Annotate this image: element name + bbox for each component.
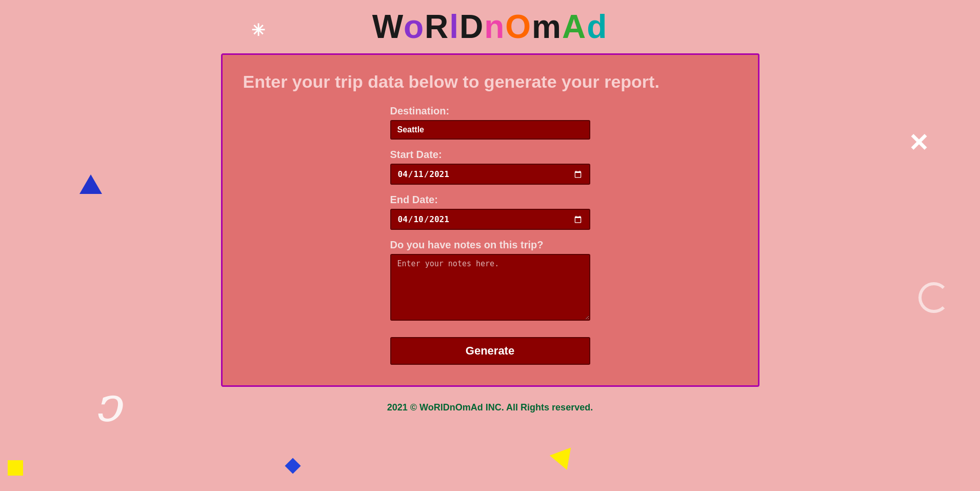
arc-decoration-right bbox=[918, 282, 949, 313]
app-title: WoRlDnOmAd bbox=[0, 10, 980, 43]
notes-label: Do you have notes on this trip? bbox=[390, 239, 590, 251]
triangle-yellow-right bbox=[550, 448, 577, 474]
title-letter-l: l bbox=[449, 8, 459, 45]
diamond-blue-decoration bbox=[285, 458, 301, 474]
destination-label: Destination: bbox=[390, 105, 590, 117]
end-date-label: End Date: bbox=[390, 194, 590, 206]
title-letter-n: n bbox=[484, 8, 505, 45]
card-heading: Enter your trip data below to generate y… bbox=[243, 70, 737, 93]
title-letter-d: D bbox=[459, 8, 484, 45]
x-decoration-right: ✕ bbox=[908, 128, 929, 157]
title-letter-r: R bbox=[425, 8, 449, 45]
triangle-blue-left bbox=[79, 174, 102, 194]
square-yellow-decoration bbox=[8, 460, 23, 476]
title-letter-w: W bbox=[372, 8, 404, 45]
start-date-label: Start Date: bbox=[390, 149, 590, 161]
start-date-input[interactable] bbox=[390, 164, 590, 185]
title-letter-m: m bbox=[532, 8, 562, 45]
start-date-field-group: Start Date: bbox=[390, 149, 590, 185]
destination-field-group: Destination: bbox=[390, 105, 590, 140]
generate-button[interactable]: Generate bbox=[390, 337, 590, 365]
title-letter-o2: O bbox=[505, 8, 532, 45]
main-form-card: Enter your trip data below to generate y… bbox=[221, 53, 759, 387]
footer-text: 2021 © WoRlDnOmAd INC. All Rights reserv… bbox=[387, 402, 593, 413]
destination-input[interactable] bbox=[390, 120, 590, 140]
notes-field-group: Do you have notes on this trip? bbox=[390, 239, 590, 323]
title-letter-d2: d bbox=[587, 8, 608, 45]
app-footer: 2021 © WoRlDnOmAd INC. All Rights reserv… bbox=[0, 397, 980, 423]
notes-textarea[interactable] bbox=[390, 254, 590, 321]
app-header: WoRlDnOmAd bbox=[0, 0, 980, 48]
end-date-field-group: End Date: bbox=[390, 194, 590, 230]
end-date-input[interactable] bbox=[390, 209, 590, 230]
form-section: Destination: Start Date: End Date: Do yo… bbox=[243, 105, 737, 365]
title-letter-o: o bbox=[404, 8, 425, 45]
title-letter-a: A bbox=[562, 8, 587, 45]
